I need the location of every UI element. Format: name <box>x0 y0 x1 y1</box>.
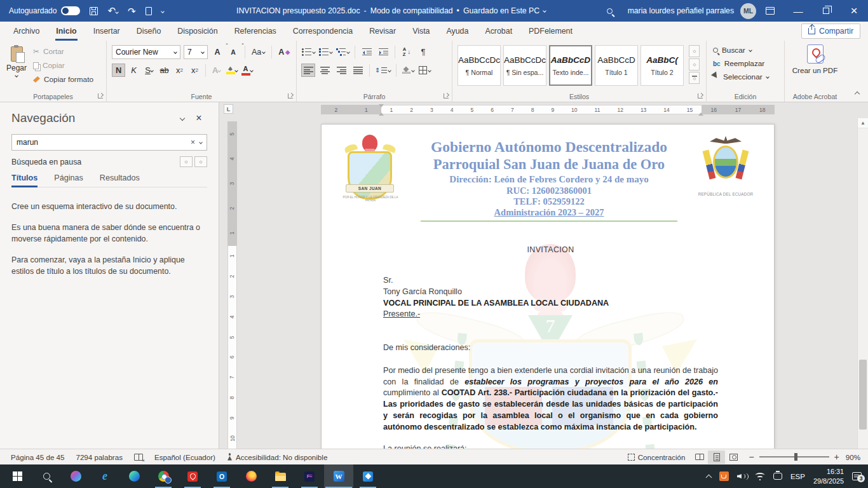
avatar[interactable]: ML <box>740 3 756 19</box>
ribbon-tab-insertar[interactable]: Insertar <box>85 22 128 41</box>
java-tray-icon[interactable] <box>719 471 729 481</box>
autosave-toggle[interactable]: Autoguardado <box>9 6 80 15</box>
sort-button[interactable]: AZ↓ <box>400 45 414 58</box>
taskbar-start-icon[interactable] <box>3 464 32 488</box>
redo-button[interactable]: ↷ <box>128 6 136 16</box>
copy-button[interactable]: Copiar <box>33 61 93 70</box>
close-button[interactable]: × <box>840 0 868 22</box>
print-layout-button[interactable] <box>708 451 725 464</box>
language-indicator[interactable]: Español (Ecuador) <box>149 453 221 461</box>
bullets-button[interactable] <box>301 45 316 58</box>
ribbon-tab-pdfelement[interactable]: PDFelement <box>520 22 581 41</box>
ribbon-tab-vista[interactable]: Vista <box>404 22 438 41</box>
nav-tab-páginas[interactable]: Páginas <box>54 173 83 187</box>
previous-result-button[interactable] <box>180 156 193 167</box>
first-line-indent-marker[interactable] <box>379 104 384 110</box>
page-indicator[interactable]: Página 45 de 45 <box>5 453 70 461</box>
collapse-ribbon-button[interactable] <box>855 89 859 98</box>
taskbar-chrome-icon[interactable] <box>149 464 178 488</box>
taskbar-acrobat-icon[interactable] <box>178 464 207 488</box>
taskbar-internet-explorer-icon[interactable]: e <box>90 464 119 488</box>
minimize-button[interactable]: — <box>784 0 812 22</box>
justify-button[interactable] <box>351 64 365 77</box>
zoom-slider[interactable] <box>759 456 829 458</box>
ribbon-tab-ayuda[interactable]: Ayuda <box>438 22 477 41</box>
undo-button[interactable]: ↶ <box>107 6 118 16</box>
clipboard-dialog-launcher-icon[interactable] <box>98 93 103 98</box>
ribbon-tab-diseño[interactable]: Diseño <box>128 22 170 41</box>
bold-button[interactable]: N <box>112 64 125 77</box>
navigation-pane-close-icon[interactable]: × <box>191 112 207 124</box>
replace-button[interactable]: bcReemplazar <box>713 59 769 68</box>
right-indent-marker[interactable] <box>698 110 703 116</box>
taskbar-search-icon[interactable] <box>32 464 61 488</box>
ribbon-tab-referencias[interactable]: Referencias <box>226 22 285 41</box>
font-family-combobox[interactable]: Courier New <box>112 45 180 59</box>
display-tray-icon[interactable] <box>773 473 782 480</box>
ribbon-tab-disposición[interactable]: Disposición <box>169 22 226 41</box>
taskbar-edge-icon[interactable] <box>119 464 149 488</box>
navigation-search-input[interactable]: marun × <box>11 134 207 151</box>
text-effects-button[interactable]: A <box>210 64 223 77</box>
proofing-status-icon[interactable] <box>128 454 149 461</box>
strikethrough-button[interactable]: ab <box>158 64 171 77</box>
font-color-button[interactable]: A <box>240 64 254 77</box>
navigation-pane-options-icon[interactable] <box>174 116 191 120</box>
user-name[interactable]: maria lourdes peñafiel parrales <box>628 6 734 15</box>
saved-status[interactable]: Guardado en Este PC <box>463 6 539 15</box>
ribbon-tab-revisar[interactable]: Revisar <box>361 22 404 41</box>
ribbon-tab-inicio[interactable]: Inicio <box>48 22 85 41</box>
increase-indent-button[interactable] <box>376 45 390 58</box>
numbering-button[interactable] <box>318 45 333 58</box>
horizontal-ruler[interactable]: 21 123456789101112131415 161718 <box>321 105 775 114</box>
taskbar-file-explorer-icon[interactable] <box>266 464 295 488</box>
tab-stop-selector[interactable]: L <box>224 104 233 114</box>
align-center-button[interactable] <box>318 64 332 77</box>
keyboard-language[interactable]: ESP <box>790 473 805 480</box>
notification-center-icon[interactable]: 3 <box>852 472 862 480</box>
nav-tab-títulos[interactable]: Títulos <box>11 173 37 187</box>
scroll-up-icon[interactable]: ▲ <box>858 118 868 128</box>
highlight-color-button[interactable] <box>225 64 238 77</box>
scrollbar-thumb[interactable] <box>859 360 867 430</box>
cut-button[interactable]: ✂Cortar <box>33 47 93 56</box>
search-icon[interactable] <box>596 0 624 22</box>
clear-search-icon[interactable]: × <box>191 138 195 147</box>
subscript-button[interactable]: x2 <box>173 64 186 77</box>
style-título1[interactable]: AaBbCcDTítulo 1 <box>595 45 638 86</box>
volume-icon[interactable] <box>737 472 747 480</box>
clock[interactable]: 16:31 29/8/2025 <box>813 467 844 485</box>
superscript-button[interactable]: x2 <box>188 64 201 77</box>
nav-tab-resultados[interactable]: Resultados <box>100 173 140 187</box>
align-right-button[interactable] <box>334 64 348 77</box>
paragraph-dialog-launcher-icon[interactable] <box>444 93 449 98</box>
find-button[interactable]: Buscar <box>713 46 769 55</box>
paste-button[interactable]: Pegar <box>5 44 28 90</box>
restore-button[interactable] <box>812 0 840 22</box>
create-pdf-button[interactable]: Crear un PDF <box>785 44 845 75</box>
ribbon-tab-acrobat[interactable]: Acrobat <box>477 22 520 41</box>
taskbar-copilot-icon[interactable] <box>61 464 90 488</box>
styles-scroll-up-icon[interactable] <box>689 45 700 57</box>
search-options-chevron-icon[interactable] <box>199 140 203 144</box>
styles-dialog-launcher-icon[interactable] <box>698 93 703 98</box>
format-painter-button[interactable]: Copiar formato <box>33 75 93 84</box>
style-título2[interactable]: AaBbC(Título 2 <box>641 45 684 86</box>
next-result-button[interactable] <box>194 156 207 167</box>
save-icon[interactable] <box>90 7 98 15</box>
word-count[interactable]: 7294 palabras <box>70 453 128 461</box>
styles-more-icon[interactable] <box>689 72 700 84</box>
tray-expand-icon[interactable] <box>705 474 712 480</box>
font-size-combobox[interactable]: 7 <box>184 45 208 59</box>
clear-formatting-button[interactable]: A◆ <box>277 45 291 59</box>
hanging-indent-marker[interactable] <box>379 110 384 116</box>
multilevel-list-button[interactable] <box>336 45 350 58</box>
taskbar-firefox-icon[interactable] <box>236 464 266 488</box>
align-left-button[interactable] <box>301 64 315 77</box>
change-case-button[interactable]: Aa <box>250 45 266 59</box>
shading-button[interactable] <box>401 64 415 77</box>
read-mode-button[interactable] <box>691 451 708 464</box>
autosave-switch-icon[interactable] <box>61 6 80 15</box>
zoom-out-button[interactable]: − <box>749 452 754 462</box>
document-page[interactable]: 7 SAN JUAN POR EL HONOR Y LA GRANDEZA DE… <box>321 124 775 449</box>
